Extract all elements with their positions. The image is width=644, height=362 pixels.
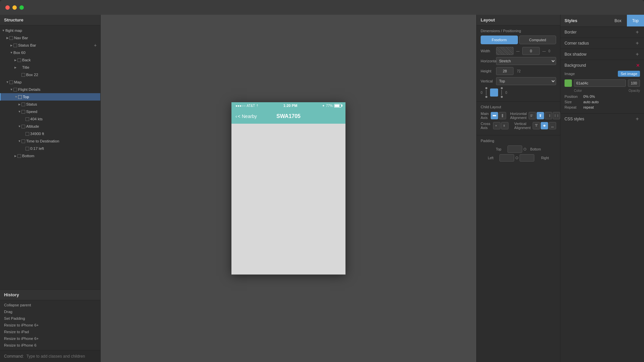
tree-item-status-bar[interactable]: ▶ Status Bar +: [0, 42, 100, 49]
color-hex-input[interactable]: [574, 79, 626, 87]
tree-item-nav-bar[interactable]: ▶ Nav Bar: [0, 34, 100, 42]
tree-item-speed[interactable]: ▼ Speed: [0, 108, 100, 115]
tree-item-box60[interactable]: ▼ Box 60: [0, 49, 100, 56]
checkbox-top[interactable]: [18, 95, 22, 99]
tree-arrow-altitude: ▼: [17, 124, 21, 128]
cross-btn-2[interactable]: [501, 122, 508, 129]
history-item-1[interactable]: Drag: [0, 308, 100, 315]
checkbox-017left[interactable]: [25, 147, 29, 150]
minimize-button[interactable]: [12, 5, 17, 10]
add-css-styles-button[interactable]: +: [635, 116, 640, 122]
checkbox-altitude[interactable]: [21, 125, 25, 128]
horiz-align-label: Horizontal Alignment: [510, 112, 527, 120]
tree-arrow-flight-details: ▼: [9, 87, 13, 92]
svg-rect-41: [503, 125, 505, 127]
width-input[interactable]: [522, 47, 540, 55]
maximize-button[interactable]: [19, 5, 24, 10]
checkbox-status[interactable]: [21, 103, 25, 106]
tree-label-flight-map: flight map: [5, 28, 98, 33]
padding-left-input[interactable]: [499, 154, 514, 162]
add-box-shadow-button[interactable]: +: [635, 52, 640, 57]
tree-item-map[interactable]: ▼ Map: [0, 78, 100, 86]
horizontal-select[interactable]: Stretch: [496, 57, 556, 65]
svg-rect-35: [540, 116, 541, 117]
tree-item-title[interactable]: ▶ Title: [0, 64, 100, 71]
tree-item-flight-map[interactable]: ▼ flight map: [0, 27, 100, 34]
tree-item-status[interactable]: ▶ Status: [0, 101, 100, 108]
tree-item-bottom[interactable]: ▶ Bottom: [0, 152, 100, 160]
vert-top-btn[interactable]: [533, 122, 540, 129]
tree-item-34900ft[interactable]: 34900 ft: [0, 130, 100, 137]
tree-item-back[interactable]: ▶ Back: [0, 56, 100, 64]
vert-center-btn[interactable]: [541, 122, 548, 129]
tree-arrow-status: ▶: [17, 102, 21, 106]
tree-item-top[interactable]: ▼ Top: [0, 93, 100, 101]
height-input[interactable]: [496, 67, 514, 75]
battery-icon: [334, 104, 341, 108]
padding-controls: Top Bottom Left Right: [481, 145, 556, 162]
vert-bottom-btn[interactable]: [549, 122, 556, 129]
width-row: Width — — 0: [481, 47, 556, 55]
horizontal-label: Horizontal: [481, 59, 494, 63]
close-button[interactable]: [5, 5, 10, 10]
padding-top-input[interactable]: [507, 145, 522, 153]
checkbox-back[interactable]: [17, 58, 21, 62]
add-corner-radius-button[interactable]: +: [635, 41, 640, 46]
tree-label-map: Map: [14, 80, 98, 84]
checkbox-bottom[interactable]: [17, 154, 21, 158]
nav-back-button[interactable]: ‹ < Nearby: [235, 114, 257, 119]
checkbox-navbar[interactable]: [9, 36, 13, 40]
tree-item-box22[interactable]: Box 22: [0, 71, 100, 78]
command-bar: Command:: [0, 350, 100, 362]
padding-top-label: Top: [496, 147, 506, 151]
tree-item-altitude[interactable]: ▼ Altitude: [0, 123, 100, 130]
checkbox-404kts[interactable]: [25, 117, 29, 121]
vertical-select[interactable]: Top: [496, 77, 556, 85]
checkbox-time-to-dest[interactable]: [21, 139, 25, 143]
padding-circle-left: [516, 157, 518, 159]
axis-btn-row[interactable]: [491, 112, 498, 119]
bluetooth-icon: ✦: [322, 104, 325, 108]
freeform-button[interactable]: Freeform: [481, 36, 518, 44]
opacity-input[interactable]: [628, 79, 640, 87]
history-item-4[interactable]: Resize to iPad: [0, 328, 100, 335]
checkbox-speed[interactable]: [21, 110, 25, 114]
style-tabs: Box Top: [609, 15, 644, 26]
tab-box[interactable]: Box: [609, 15, 627, 26]
tree-item-404kts[interactable]: 404 kts: [0, 115, 100, 123]
background-title: Background: [565, 63, 586, 68]
align-left-btn[interactable]: [529, 112, 536, 119]
align-justify-btn[interactable]: [553, 112, 560, 119]
set-image-button[interactable]: Set image: [618, 71, 640, 77]
tab-top[interactable]: Top: [627, 15, 644, 26]
history-item-2[interactable]: Set Padding: [0, 315, 100, 322]
history-item-5[interactable]: Resize to iPhone 6+: [0, 335, 100, 342]
tree-item-017left[interactable]: 0:17 left: [0, 145, 100, 152]
history-item-0[interactable]: Collapse parent: [0, 302, 100, 308]
bg-size-value: auto auto: [583, 100, 599, 104]
tree-item-time-to-dest[interactable]: ▼ Time to Destination: [0, 137, 100, 145]
color-label: Color: [574, 89, 582, 93]
add-status-bar-button[interactable]: +: [93, 43, 98, 48]
checkbox-title[interactable]: [17, 66, 21, 69]
align-center-btn[interactable]: [537, 112, 544, 119]
status-right: ✦ 77%: [322, 104, 341, 108]
history-item-3[interactable]: Resize to iPhone 6+: [0, 322, 100, 328]
bg-position-row: Position 0% 0%: [565, 95, 640, 99]
padding-right-input[interactable]: [520, 154, 534, 162]
checkbox-statusbar[interactable]: [13, 44, 17, 47]
cross-btn-1[interactable]: [493, 122, 500, 129]
remove-background-button[interactable]: ✕: [636, 63, 640, 68]
checkbox-34900ft[interactable]: [25, 132, 29, 136]
computed-button[interactable]: Computed: [519, 36, 556, 44]
command-input[interactable]: [26, 354, 96, 359]
add-border-button[interactable]: +: [635, 29, 640, 35]
history-item-6[interactable]: Resize to iPhone 6: [0, 342, 100, 349]
tree-item-flight-details[interactable]: ▼ Flight Details: [0, 86, 100, 93]
checkbox-map[interactable]: [9, 80, 13, 84]
checkbox-flight-details[interactable]: [13, 88, 17, 92]
checkbox-box22[interactable]: [21, 73, 25, 77]
axis-btn-col[interactable]: [499, 112, 506, 119]
color-swatch[interactable]: [565, 79, 572, 87]
align-right-btn[interactable]: [545, 112, 552, 119]
